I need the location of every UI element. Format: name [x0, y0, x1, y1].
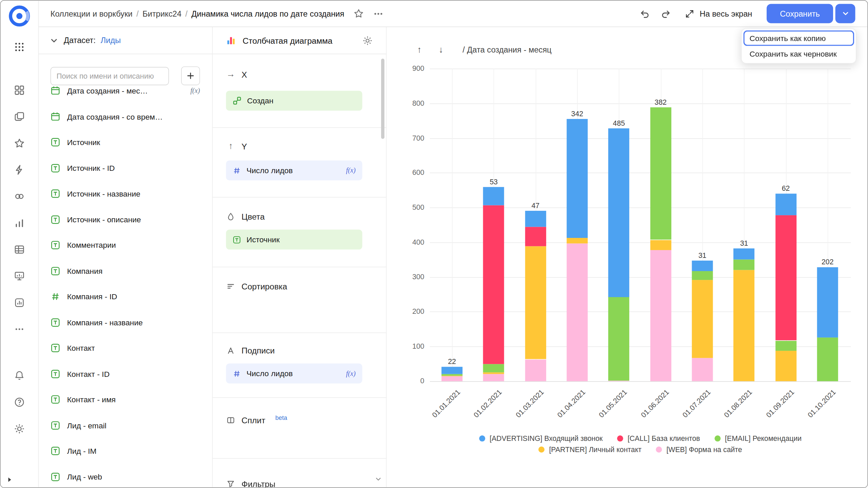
labels-field-pill[interactable]: Число лидов f(x)	[226, 364, 362, 384]
more-dots-icon[interactable]	[12, 322, 27, 337]
datalens-logo[interactable]	[8, 5, 31, 27]
bar-segment[interactable]	[525, 211, 546, 227]
fullscreen-label: На весь экран	[699, 9, 752, 18]
bar-segment[interactable]	[567, 238, 588, 243]
bar-chart-type-icon[interactable]	[226, 35, 236, 45]
apps-grid-icon[interactable]	[12, 39, 27, 55]
notifications-bell-icon[interactable]	[12, 368, 27, 384]
bar-segment[interactable]	[567, 119, 588, 238]
field-row[interactable]: Компания - название	[38, 309, 212, 335]
drill-up-icon[interactable]: ↑	[413, 44, 426, 56]
bar-segment[interactable]	[650, 240, 671, 250]
bar-segment[interactable]	[734, 259, 755, 270]
save-button[interactable]: Сохранить	[767, 4, 833, 23]
legend-item[interactable]: [PARTNER] Личный контакт	[538, 445, 642, 453]
colors-field-pill[interactable]: Источник	[226, 230, 362, 250]
entry-more-icon[interactable]	[373, 8, 384, 19]
reports-icon[interactable]	[12, 295, 27, 310]
bar-segment[interactable]	[817, 267, 838, 338]
collections-icon[interactable]	[12, 109, 27, 125]
chart-legend: [ADVERTISING] Входящий звонок[CALL] База…	[430, 434, 851, 454]
chart-settings-gear-icon[interactable]	[362, 35, 373, 46]
favorites-star-icon[interactable]	[12, 136, 27, 151]
field-row[interactable]: Источник - описание	[38, 207, 212, 232]
legend-item[interactable]: [WEB] Форма на сайте	[656, 445, 742, 453]
breadcrumb-item[interactable]: Битрикс24	[142, 9, 181, 18]
bar-segment[interactable]	[650, 107, 671, 240]
bar-segment[interactable]	[734, 270, 755, 381]
charts-icon[interactable]	[12, 215, 27, 231]
widgets-icon[interactable]	[12, 82, 27, 98]
bar-segment[interactable]	[734, 248, 755, 259]
bar-segment[interactable]	[650, 250, 671, 381]
bar-segment[interactable]	[567, 243, 588, 381]
collapse-arrow-icon[interactable]	[6, 476, 14, 484]
help-icon[interactable]	[12, 394, 27, 410]
dataset-name-link[interactable]: Лиды	[101, 36, 121, 45]
redo-icon[interactable]	[660, 8, 671, 19]
save-options-button[interactable]	[835, 4, 855, 23]
section-sort-label: Сортировка	[241, 281, 287, 291]
bar-segment[interactable]	[608, 381, 629, 381]
y-field-pill[interactable]: Число лидов f(x)	[226, 160, 362, 180]
bar-segment[interactable]	[692, 280, 713, 358]
bar-segment[interactable]	[441, 374, 462, 375]
bar-segment[interactable]	[608, 297, 629, 381]
field-row[interactable]: Комментарии	[38, 232, 212, 258]
chevron-down-icon[interactable]	[49, 36, 59, 45]
bar-segment[interactable]	[775, 215, 796, 341]
field-row[interactable]: Источник	[38, 129, 212, 155]
connections-rings-icon[interactable]	[12, 189, 27, 204]
field-row[interactable]: Лид - email	[38, 412, 212, 438]
bar-segment[interactable]	[692, 271, 713, 280]
bar-segment[interactable]	[525, 227, 546, 246]
bar-segment[interactable]	[525, 246, 546, 359]
bar-segment[interactable]	[692, 358, 713, 381]
field-row[interactable]: Источник - ID	[38, 155, 212, 181]
bar-segment[interactable]	[483, 205, 504, 364]
bar-segment[interactable]	[483, 372, 504, 374]
bar-segment[interactable]	[483, 364, 504, 373]
x-field-pill[interactable]: Создан	[226, 91, 362, 111]
legend-item[interactable]: [CALL] База клиентов	[617, 434, 700, 443]
arrow-up-icon: ↑	[226, 142, 236, 150]
legend-item[interactable]: [ADVERTISING] Входящий звонок	[479, 434, 603, 443]
bar-segment[interactable]	[483, 374, 504, 381]
bar-segment[interactable]	[775, 341, 796, 351]
breadcrumb-item[interactable]: Коллекции и воркбуки	[51, 9, 133, 18]
favorite-star-icon[interactable]	[353, 8, 364, 19]
field-row[interactable]: Контакт	[38, 335, 212, 361]
fullscreen-button[interactable]: На весь экран	[685, 8, 752, 18]
bar-segment[interactable]	[817, 338, 838, 381]
field-row[interactable]: Источник - название	[38, 181, 212, 207]
bar-segment[interactable]	[441, 376, 462, 381]
settings-gear-icon[interactable]	[12, 421, 27, 436]
bar-segment[interactable]	[608, 128, 629, 297]
dashboards-table-icon[interactable]	[12, 242, 27, 257]
config-scrollbar[interactable]	[381, 59, 384, 139]
field-row[interactable]: Контакт - ID	[38, 361, 212, 387]
bar-segment[interactable]	[775, 351, 796, 381]
field-row[interactable]: Дата создания - со врем…	[38, 104, 212, 129]
field-row[interactable]: Лид - web	[38, 464, 212, 487]
undo-icon[interactable]	[639, 8, 650, 19]
legend-item[interactable]: [EMAIL] Рекомендации	[714, 434, 802, 443]
field-row[interactable]: Контакт - имя	[38, 387, 212, 412]
bar-segment[interactable]	[441, 376, 462, 377]
field-row[interactable]: Лид - IM	[38, 438, 212, 464]
bar-segment[interactable]	[692, 260, 713, 271]
presentations-monitor-icon[interactable]	[12, 268, 27, 284]
bar-segment[interactable]	[525, 359, 546, 381]
field-row[interactable]: Дата создания - мес…f(x)	[38, 78, 212, 104]
bar-segment[interactable]	[483, 187, 504, 205]
bar-segment[interactable]	[775, 194, 796, 215]
field-row[interactable]: Компания	[38, 258, 212, 284]
editor-lightning-icon[interactable]	[12, 162, 27, 178]
field-row[interactable]: Компания - ID	[38, 284, 212, 310]
bar-segment[interactable]	[441, 367, 462, 374]
menu-item-save-as-draft[interactable]: Сохранить как черновик	[743, 46, 854, 62]
menu-item-save-as-copy[interactable]: Сохранить как копию	[743, 30, 854, 46]
drill-down-icon[interactable]: ↓	[435, 44, 447, 56]
scroll-down-chevron-icon[interactable]	[374, 475, 382, 483]
text-field-icon	[51, 394, 60, 404]
